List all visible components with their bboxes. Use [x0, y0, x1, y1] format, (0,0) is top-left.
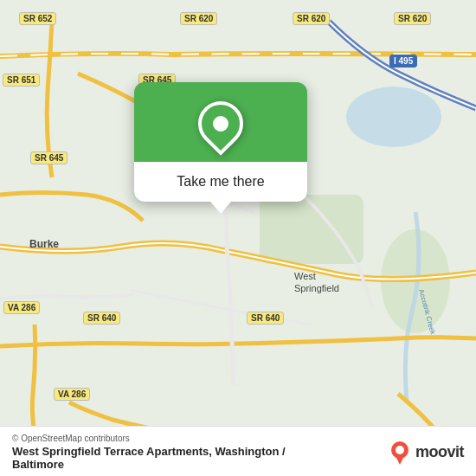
place-label-west-springfield: WestSpringfield — [294, 270, 339, 295]
svg-point-0 — [346, 87, 441, 147]
road-label-sr640b: SR 640 — [247, 312, 284, 325]
svg-marker-6 — [396, 456, 404, 465]
moovit-icon — [388, 441, 412, 465]
bottom-bar: © OpenStreetMap contributors West Spring… — [0, 426, 476, 476]
place-label-burke: Burke — [29, 238, 59, 250]
road-label-va286b: VA 286 — [54, 388, 90, 401]
location-pin-icon — [189, 92, 253, 156]
road-label-sr620b: SR 620 — [293, 12, 330, 25]
popup-card: Take me there — [134, 82, 307, 202]
location-title: West Springfield Terrace Apartments, Was… — [12, 445, 286, 471]
road-label-sr652: SR 652 — [19, 12, 56, 25]
popup-icon-area — [134, 82, 307, 162]
road-label-sr640a: SR 640 — [83, 312, 120, 325]
location-name-line1: West Springfield Terrace Apartments, Was… — [12, 445, 286, 458]
copyright-text: © OpenStreetMap contributors — [12, 434, 286, 443]
road-label-sr620c: SR 620 — [394, 12, 431, 25]
road-label-sr620a: SR 620 — [180, 12, 217, 25]
road-label-sr651: SR 651 — [3, 74, 40, 87]
bottom-bar-info: © OpenStreetMap contributors West Spring… — [12, 434, 286, 471]
road-label-sr645b: SR 645 — [30, 151, 68, 164]
location-name-line2: Baltimore — [12, 458, 64, 471]
road-label-va286a: VA 286 — [3, 301, 40, 314]
svg-point-5 — [396, 446, 404, 454]
take-me-there-button[interactable]: Take me there — [134, 162, 307, 202]
map-container: Accotink Creek SR 652 SR 620 SR — [0, 0, 476, 476]
popup-tail — [210, 202, 231, 214]
map-roads: Accotink Creek — [0, 0, 476, 476]
moovit-logo: moovit — [388, 441, 464, 465]
moovit-text: moovit — [415, 443, 464, 461]
road-label-i495: I 495 — [389, 55, 417, 68]
